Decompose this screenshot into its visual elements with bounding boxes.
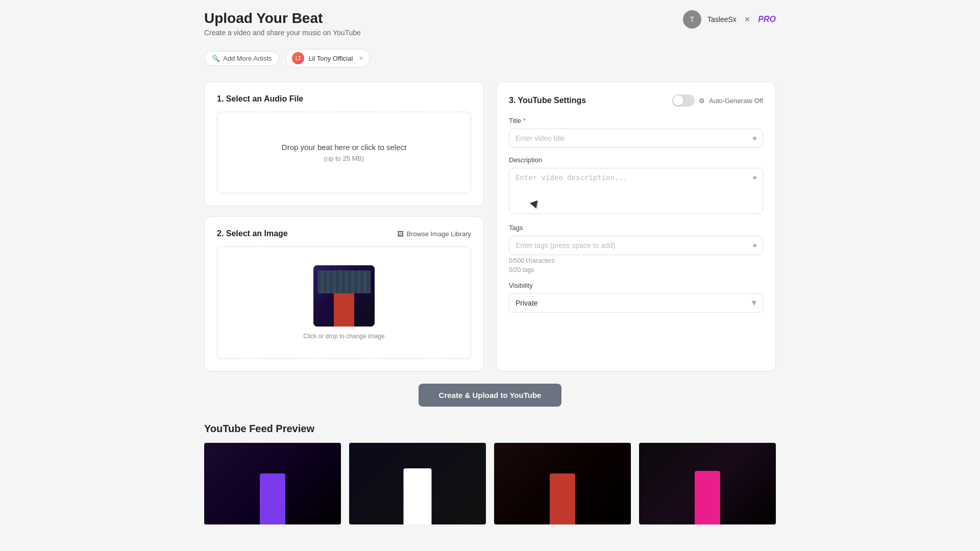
visibility-select[interactable]: Private Public Unlisted (509, 293, 763, 313)
username: TasleeSx (707, 15, 737, 23)
image-change-text: Click or drop to change image (303, 333, 384, 340)
feed-grid (204, 443, 776, 524)
upload-button-area: Create & Upload to YouTube (204, 384, 776, 407)
page-title: Upload Your Beat (204, 10, 361, 27)
avatar-initials: T (690, 15, 695, 23)
visibility-select-wrap: Private Public Unlisted ▼ (509, 293, 763, 313)
feed-preview-title: YouTube Feed Preview (204, 423, 776, 435)
yt-settings-title: 3. YouTube Settings (509, 96, 586, 105)
artist-avatar-initials: LT (296, 56, 301, 61)
description-textarea[interactable] (509, 168, 763, 214)
audio-section-title: 1. Select an Audio File (217, 94, 471, 104)
user-area: T TasleeSx × PRO (683, 10, 776, 29)
description-input-wrap: ✦ (509, 168, 763, 216)
browse-library-label: Browse Image Library (407, 230, 471, 238)
audio-drop-text: Drop your beat here or click to select (228, 143, 460, 152)
auto-generate-icon: ⚙ (699, 97, 705, 105)
tags-field-group: Tags ✦ 0/500 characters 0/20 tags (509, 224, 763, 273)
artist-avatar: LT (292, 52, 304, 64)
title-label: Title * (509, 117, 763, 124)
visibility-label: Visibility (509, 282, 763, 289)
auto-generate-label: Auto-Generate Off (709, 97, 763, 105)
audio-panel: 1. Select an Audio File Drop your beat h… (204, 82, 484, 206)
yt-header: 3. YouTube Settings ⚙ Auto-Generate Off (509, 94, 763, 107)
feed-item (204, 443, 341, 524)
ai-description-icon[interactable]: ✦ (751, 173, 758, 183)
feed-item (349, 443, 486, 524)
title-input[interactable] (509, 129, 763, 148)
audio-drop-subtext: (up to 25 MB) (228, 155, 460, 162)
search-icon: 🔍 (212, 55, 220, 62)
feed-item (494, 443, 631, 524)
left-panel: 1. Select an Audio File Drop your beat h… (204, 82, 484, 371)
artist-chip-remove-button[interactable]: × (359, 54, 363, 62)
main-grid: 1. Select an Audio File Drop your beat h… (204, 82, 776, 371)
image-section-header: 2. Select an Image 🖼 Browse Image Librar… (217, 229, 471, 238)
auto-generate-toggle[interactable] (672, 94, 695, 107)
store-image-preview (313, 265, 375, 327)
auto-generate-area[interactable]: ⚙ Auto-Generate Off (672, 94, 763, 107)
image-panel: 2. Select an Image 🖼 Browse Image Librar… (204, 216, 484, 371)
image-preview (313, 265, 375, 327)
description-field-group: Description ✦ (509, 156, 763, 216)
artist-chip-name: Lil Tony Official (308, 55, 353, 62)
page-header: Upload Your Beat Create a video and shar… (204, 10, 776, 37)
tag-count: 0/20 tags (509, 266, 763, 273)
feed-preview-section: YouTube Feed Preview (204, 423, 776, 545)
visibility-field-group: Visibility Private Public Unlisted ▼ (509, 282, 763, 313)
feed-item (639, 443, 776, 524)
pro-badge: PRO (758, 15, 776, 24)
upload-button[interactable]: Create & Upload to YouTube (419, 384, 561, 407)
avatar: T (683, 10, 701, 29)
ai-tags-icon[interactable]: ✦ (751, 241, 758, 251)
image-drop-zone[interactable]: Click or drop to change image (217, 246, 471, 359)
title-input-wrap: ✦ (509, 129, 763, 148)
add-artist-button[interactable]: 🔍 Add More Artists (204, 51, 279, 66)
audio-drop-zone[interactable]: Drop your beat here or click to select (… (217, 112, 471, 193)
image-icon: 🖼 (397, 230, 404, 238)
add-artist-label: Add More Artists (223, 55, 272, 62)
ai-title-icon[interactable]: ✦ (751, 134, 758, 143)
title-field-group: Title * ✦ (509, 117, 763, 148)
image-section-title: 2. Select an Image (217, 229, 288, 238)
tags-label: Tags (509, 224, 763, 232)
close-button[interactable]: × (743, 12, 752, 27)
tags-input-wrap: ✦ (509, 236, 763, 255)
youtube-settings-panel: 3. YouTube Settings ⚙ Auto-Generate Off … (496, 82, 776, 371)
artist-bar: 🔍 Add More Artists LT Lil Tony Official … (204, 49, 776, 67)
page-subtitle: Create a video and share your music on Y… (204, 29, 361, 37)
required-indicator: * (523, 117, 526, 124)
browse-library-button[interactable]: 🖼 Browse Image Library (397, 230, 471, 238)
artist-chip: LT Lil Tony Official × (285, 49, 370, 67)
description-label: Description (509, 156, 763, 164)
char-count: 0/500 characters (509, 257, 763, 264)
tags-input[interactable] (509, 236, 763, 255)
